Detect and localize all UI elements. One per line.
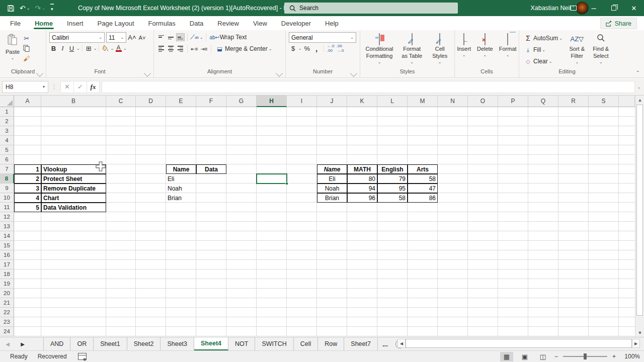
alignment-dialog-launcher[interactable] <box>276 70 283 77</box>
cell-E9[interactable]: Noah <box>166 184 196 193</box>
column-header-S[interactable]: S <box>589 96 619 107</box>
scroll-up-icon[interactable]: ▲ <box>635 96 644 104</box>
minimize-button[interactable]: ─ <box>584 0 604 16</box>
tab-formulas[interactable]: Formulas <box>141 16 183 30</box>
sheet-tab-sheet3[interactable]: Sheet3 <box>160 337 194 350</box>
cell-A11[interactable]: 5 <box>14 203 41 212</box>
fill-handle[interactable] <box>285 182 288 185</box>
status-recovered[interactable]: Recovered <box>38 353 67 360</box>
zoom-out-icon[interactable]: − <box>554 353 558 360</box>
column-header-L[interactable]: L <box>377 96 408 107</box>
selected-cell-H8[interactable] <box>256 173 287 184</box>
copy-icon[interactable] <box>22 44 31 52</box>
scroll-left-icon[interactable]: ◀ <box>397 339 406 348</box>
restore-button[interactable] <box>604 0 624 16</box>
column-header-G[interactable]: G <box>226 96 257 107</box>
cell-A10[interactable]: 4 <box>14 193 41 203</box>
column-header-R[interactable]: R <box>558 96 589 107</box>
borders-button[interactable]: ⊞ <box>85 44 93 52</box>
tab-page-layout[interactable]: Page Layout <box>91 16 141 30</box>
column-header-D[interactable]: D <box>136 96 166 107</box>
row-header-17[interactable]: 17 <box>0 260 14 269</box>
cell-J7[interactable]: Name <box>317 164 347 174</box>
zoom-slider[interactable] <box>563 356 607 357</box>
row-header-10[interactable]: 10 <box>0 193 14 203</box>
spreadsheet-grid[interactable]: ABCDEFGHIJKLMNOPQRS123456789101112131415… <box>0 96 635 337</box>
cell-A7[interactable]: 1 <box>14 164 41 174</box>
format-painter-icon[interactable]: 🖌 <box>22 54 31 62</box>
sheet-tab-not[interactable]: NOT <box>228 337 255 350</box>
sheet-tab-sheet1[interactable]: Sheet1 <box>94 337 127 350</box>
row-header-23[interactable]: 23 <box>0 317 14 327</box>
top-align-button[interactable] <box>157 33 166 41</box>
sort-filter-button[interactable]: AZ▽ Sort & Filter⌄ <box>566 32 588 66</box>
vertical-scroll-thumb[interactable] <box>636 105 643 316</box>
font-size-select[interactable]: 11⌄ <box>106 32 126 43</box>
sheet-tab-or[interactable]: OR <box>70 337 94 350</box>
cell-F7[interactable]: Data <box>196 164 226 174</box>
sheet-nav-prev-icon[interactable]: ◀ <box>0 337 15 350</box>
tab-view[interactable]: View <box>246 16 274 30</box>
row-header-20[interactable]: 20 <box>0 289 14 298</box>
tab-file[interactable]: File <box>3 16 28 30</box>
cell-E7[interactable]: Name <box>166 164 196 174</box>
increase-font-size-button[interactable]: A˄ <box>128 34 136 42</box>
customize-qat-icon[interactable]: ▔▾ <box>50 6 54 11</box>
row-header-6[interactable]: 6 <box>0 155 14 164</box>
font-dialog-launcher[interactable] <box>144 70 151 77</box>
row-header-8[interactable]: 8 <box>0 174 14 184</box>
tab-home[interactable]: Home <box>28 16 60 30</box>
zoom-in-icon[interactable]: + <box>612 353 616 360</box>
sheet-tab-row[interactable]: Row <box>318 337 344 350</box>
cell-M10[interactable]: 86 <box>408 193 438 203</box>
bottom-align-button[interactable] <box>176 33 185 41</box>
column-header-C[interactable]: C <box>106 96 136 107</box>
increase-indent-button[interactable]: ⇥≡ <box>200 45 208 53</box>
tab-review[interactable]: Review <box>210 16 246 30</box>
row-header-16[interactable]: 16 <box>0 250 14 260</box>
sheet-tab-switch[interactable]: SWITCH <box>255 337 293 350</box>
row-header-12[interactable]: 12 <box>0 212 14 222</box>
row-header-14[interactable]: 14 <box>0 231 14 241</box>
underline-button[interactable]: U <box>67 44 76 52</box>
clipboard-dialog-launcher[interactable] <box>36 70 43 77</box>
number-format-select[interactable]: General⌄ <box>289 32 356 43</box>
fill-button[interactable]: ⤓Fill⌄ <box>522 45 564 55</box>
cell-L10[interactable]: 58 <box>377 193 408 203</box>
increase-decimal-button[interactable]: ←.0.00 <box>327 44 335 52</box>
paste-button[interactable]: Paste ⌄ <box>3 32 22 62</box>
column-header-E[interactable]: E <box>166 96 196 107</box>
cell-A9[interactable]: 3 <box>14 184 41 193</box>
row-header-18[interactable]: 18 <box>0 269 14 279</box>
find-select-button[interactable]: Find & Select⌄ <box>590 32 612 66</box>
normal-view-button[interactable]: ▦ <box>500 352 513 361</box>
column-header-J[interactable]: J <box>317 96 347 107</box>
column-header-Q[interactable]: Q <box>528 96 558 107</box>
percent-style-button[interactable]: % <box>303 44 311 52</box>
horizontal-scroll-thumb[interactable] <box>406 339 632 348</box>
row-header-15[interactable]: 15 <box>0 241 14 250</box>
comma-style-button[interactable]: , <box>312 44 321 52</box>
middle-align-button[interactable] <box>167 33 175 41</box>
macro-record-icon[interactable] <box>78 353 87 360</box>
name-box[interactable]: H8▾ <box>2 81 48 93</box>
cell-B8[interactable]: Protect Sheet <box>41 174 106 184</box>
cell-B9[interactable]: Remove Duplicate <box>41 184 106 193</box>
orientation-button[interactable]: ⟋ab <box>190 33 199 41</box>
center-button[interactable] <box>167 45 175 53</box>
insert-function-button[interactable]: fx <box>87 81 100 93</box>
fill-color-button[interactable] <box>101 44 110 52</box>
column-header-K[interactable]: K <box>347 96 377 107</box>
sheet-tab-sheet7[interactable]: Sheet7 <box>344 337 378 350</box>
ribbon-display-options-button[interactable] <box>564 0 584 16</box>
cell-B10[interactable]: Chart <box>41 193 106 203</box>
align-right-button[interactable] <box>176 45 185 53</box>
align-left-button[interactable] <box>157 45 166 53</box>
collapse-ribbon-icon[interactable]: ⌃ <box>636 70 640 75</box>
redo-button[interactable]: ↷⌄ <box>35 4 45 12</box>
decrease-font-size-button[interactable]: A˅ <box>138 34 146 42</box>
decrease-indent-button[interactable]: ⇤≡ <box>190 45 199 53</box>
column-header-N[interactable]: N <box>438 96 468 107</box>
column-header-B[interactable]: B <box>41 96 106 107</box>
enter-formula-button[interactable]: ✓ <box>73 81 87 93</box>
